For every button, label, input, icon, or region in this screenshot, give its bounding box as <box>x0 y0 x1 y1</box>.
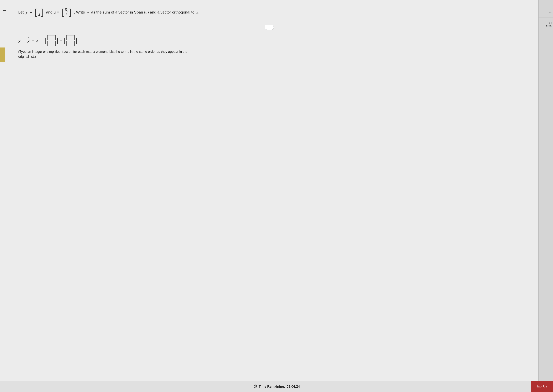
matrix-inputs-2 <box>66 35 75 46</box>
back-arrow[interactable]: ← <box>2 7 7 13</box>
main-content: Let y = [ 1 4 ] and u = [ 5, 3 ] . Write… <box>0 0 538 392</box>
bracket-left-input2: [ <box>64 37 66 44</box>
sidebar-text-2: ncom <box>546 24 552 27</box>
matrix1-input-row2[interactable] <box>47 41 56 46</box>
time-value: 03:04:24 <box>287 385 300 389</box>
bottom-bar: ⏱ Time Remaining: 03:04:24 <box>0 381 553 392</box>
y-matrix-row1: 1 <box>38 7 40 12</box>
u-matrix-values: 5, 3 <box>65 7 68 17</box>
matrix2-input-row2[interactable] <box>66 41 75 46</box>
first-input-matrix: [ ] <box>44 35 58 46</box>
bracket-right-y: ] <box>41 7 44 17</box>
answer-section: y = ^ y + z = [ ] + <box>11 30 527 59</box>
y-matrix-row2: 4 <box>38 12 40 17</box>
bracket-left-y: [ <box>34 7 37 17</box>
matrix-inputs-1 <box>47 35 56 46</box>
let-text: Let <box>18 9 24 15</box>
contact-us-button[interactable]: tact Us <box>531 381 553 392</box>
u-matrix-row2: 3 <box>66 12 67 17</box>
instruction-write: . Write <box>74 9 85 15</box>
time-label: Time Remaining: <box>259 385 285 389</box>
sidebar-text-1: 1 c <box>549 21 552 24</box>
bracket-left-u: [ <box>61 7 64 17</box>
matrix1-input-row1[interactable] <box>47 35 56 40</box>
second-input-matrix: [ ] <box>64 35 77 46</box>
right-sidebar: 0 c 1 c ncom <box>538 0 553 392</box>
sidebar-item-0: 0 c <box>539 0 553 18</box>
sidebar-text-0: 0 c <box>549 11 552 14</box>
y-matrix: [ 1 4 ] <box>34 7 44 17</box>
y-matrix-values: 1 4 <box>38 7 40 17</box>
bracket-right-input1: ] <box>56 37 58 44</box>
instruction-span: as the sum of a vector in Span {u} and a… <box>91 9 199 15</box>
hint-text: (Type an integer or simplified fraction … <box>18 49 527 59</box>
clock-icon: ⏱ <box>253 384 257 389</box>
ellipsis-button[interactable]: ... <box>265 25 273 30</box>
question-header: Let y = [ 1 4 ] and u = [ 5, 3 ] . Write… <box>11 4 527 21</box>
matrix2-input-row1[interactable] <box>66 35 75 40</box>
u-matrix-row1: 5, <box>65 7 68 12</box>
time-remaining: ⏱ Time Remaining: 03:04:24 <box>253 384 300 389</box>
bracket-right-u: ] <box>69 7 72 17</box>
equation-prefix: y = ^ y + z = <box>18 38 43 43</box>
sidebar-item-1: 1 c ncom <box>539 18 553 31</box>
divider-line <box>11 23 527 23</box>
yellow-tab <box>0 48 5 62</box>
equation-row: y = ^ y + z = [ ] + <box>18 35 527 46</box>
plus-sign: + <box>60 38 62 43</box>
y-variable: y <box>26 9 28 15</box>
bracket-left-input1: [ <box>44 37 47 44</box>
and-u-text: and u = <box>46 9 59 15</box>
y-bold: y <box>87 9 89 15</box>
equals-sign: = <box>30 9 32 15</box>
u-matrix: [ 5, 3 ] <box>61 7 72 17</box>
bracket-right-input2: ] <box>75 37 77 44</box>
